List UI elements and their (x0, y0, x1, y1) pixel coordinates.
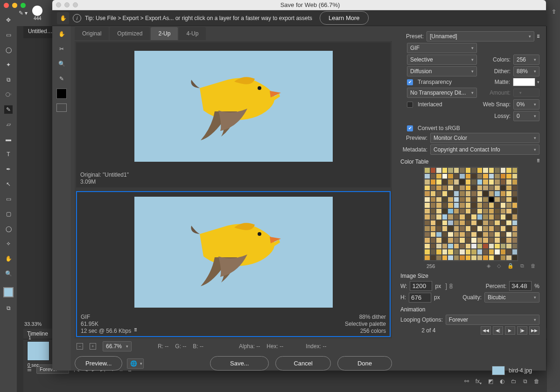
color-swatch-cell[interactable] (459, 191, 465, 197)
color-swatch-cell[interactable] (424, 220, 430, 226)
height-input[interactable] (409, 293, 431, 303)
color-swatch-cell[interactable] (483, 197, 489, 203)
color-swatch-cell[interactable] (494, 214, 500, 220)
color-swatch-cell[interactable] (500, 237, 506, 243)
fx-icon[interactable]: fx▾ (476, 378, 482, 385)
brush-preview[interactable]: 444 (32, 6, 42, 21)
eraser-tool[interactable]: ▱ (4, 120, 13, 129)
color-swatch-cell[interactable] (448, 249, 454, 255)
color-swatch-cell[interactable] (436, 197, 442, 203)
color-swatch-cell[interactable] (500, 191, 506, 197)
color-swatch-cell[interactable] (483, 249, 489, 255)
slice-select-tool[interactable]: ✂ (56, 44, 68, 54)
color-swatch-cell[interactable] (512, 208, 518, 214)
color-swatch-cell[interactable] (483, 202, 489, 208)
hand-bg-tool[interactable]: ✋ (4, 254, 13, 263)
color-swatch-cell[interactable] (506, 214, 512, 220)
color-swatch-cell[interactable] (465, 173, 471, 179)
color-swatch-cell[interactable] (512, 220, 518, 226)
color-swatch-cell[interactable] (424, 185, 430, 191)
color-swatch-cell[interactable] (448, 255, 454, 261)
color-swatch-cell[interactable] (489, 249, 495, 255)
color-swatch-cell[interactable] (424, 208, 430, 214)
tab-4up[interactable]: 4-Up (179, 27, 206, 40)
color-swatch-cell[interactable] (465, 185, 471, 191)
color-swatch-cell[interactable] (471, 191, 477, 197)
color-swatch-cell[interactable] (477, 243, 483, 249)
color-swatch-cell[interactable] (512, 185, 518, 191)
color-swatch-cell[interactable] (506, 208, 512, 214)
color-swatch-cell[interactable] (477, 226, 483, 232)
dither-method-select[interactable]: Diffusion (407, 66, 477, 76)
color-swatch-cell[interactable] (477, 214, 483, 220)
color-swatch-cell[interactable] (494, 249, 500, 255)
custom-shape-tool[interactable]: ✧ (4, 240, 13, 248)
color-swatch-cell[interactable] (500, 173, 506, 179)
color-swatch-cell[interactable] (489, 185, 495, 191)
color-table-menu-icon[interactable] (537, 158, 539, 164)
macos-close-main[interactable] (4, 3, 9, 8)
color-swatch-cell[interactable] (512, 214, 518, 220)
color-swatch-cell[interactable] (483, 191, 489, 197)
color-swatch-cell[interactable] (459, 232, 465, 238)
color-swatch-cell[interactable] (483, 214, 489, 220)
color-swatch-cell[interactable] (442, 185, 448, 191)
color-swatch-cell[interactable] (436, 220, 442, 226)
color-swatch-cell[interactable] (477, 179, 483, 185)
macos-zoom-main[interactable] (21, 3, 26, 8)
color-swatch-cell[interactable] (500, 202, 506, 208)
color-swatch-cell[interactable] (454, 237, 460, 243)
color-swatch-cell[interactable] (494, 191, 500, 197)
color-swatch-cell[interactable] (489, 208, 495, 214)
color-swatch-cell[interactable] (430, 226, 436, 232)
color-swatch-cell[interactable] (471, 179, 477, 185)
share-icon[interactable]: ⇪ (552, 8, 556, 15)
color-swatch-cell[interactable] (494, 197, 500, 203)
color-swatch-cell[interactable] (489, 237, 495, 243)
color-swatch-cell[interactable] (442, 191, 448, 197)
color-swatch-cell[interactable] (465, 179, 471, 185)
color-swatch-cell[interactable] (494, 167, 500, 173)
percent-input[interactable] (509, 281, 532, 291)
color-swatch-cell[interactable] (459, 255, 465, 261)
newlayer-icon[interactable]: ⧉ (523, 378, 527, 385)
color-swatch-cell[interactable] (424, 243, 430, 249)
color-swatch-cell[interactable] (465, 220, 471, 226)
color-swatch-cell[interactable] (459, 173, 465, 179)
rounded-rect-tool[interactable]: ▢ (4, 210, 13, 218)
anim-next-btn[interactable]: |▶ (517, 326, 527, 335)
color-swatch-cell[interactable] (494, 255, 500, 261)
color-swatch-cell[interactable] (436, 249, 442, 255)
toggle-slices-button[interactable] (56, 103, 67, 112)
color-swatch-cell[interactable] (454, 208, 460, 214)
tab-2up[interactable]: 2-Up (151, 27, 178, 40)
color-swatch-cell[interactable] (454, 214, 460, 220)
ct-icon-snap[interactable]: ◈ (487, 263, 490, 269)
color-table[interactable] (424, 167, 518, 261)
color-swatch-cell[interactable] (471, 214, 477, 220)
color-swatch-cell[interactable] (471, 226, 477, 232)
adjust-icon[interactable]: ◐ (500, 378, 504, 385)
color-swatch-cell[interactable] (454, 232, 460, 238)
color-swatch-cell[interactable] (454, 243, 460, 249)
color-swatch-cell[interactable] (477, 249, 483, 255)
color-swatch-cell[interactable] (500, 226, 506, 232)
cancel-button[interactable]: Cancel (275, 356, 330, 371)
color-swatch-cell[interactable] (448, 237, 454, 243)
color-swatch-cell[interactable] (512, 237, 518, 243)
preset-select[interactable]: [Unnamed] (427, 31, 534, 41)
color-swatch-cell[interactable] (454, 220, 460, 226)
learn-more-button[interactable]: Learn More (320, 11, 368, 25)
color-swatch-cell[interactable] (471, 197, 477, 203)
color-swatch-cell[interactable] (442, 255, 448, 261)
view-larger-btn[interactable]: + (90, 343, 96, 350)
color-swatch-cell[interactable] (430, 249, 436, 255)
preview-select[interactable]: Monitor Color (430, 133, 539, 143)
color-swatch-cell[interactable] (512, 226, 518, 232)
loop-select[interactable]: Forever (446, 315, 539, 325)
color-swatch-cell[interactable] (424, 249, 430, 255)
color-swatch-cell[interactable] (442, 197, 448, 203)
interlaced-checkbox[interactable] (407, 102, 413, 108)
screen-mode-tool[interactable]: ⧉ (4, 304, 13, 312)
color-swatch-cell[interactable] (448, 214, 454, 220)
